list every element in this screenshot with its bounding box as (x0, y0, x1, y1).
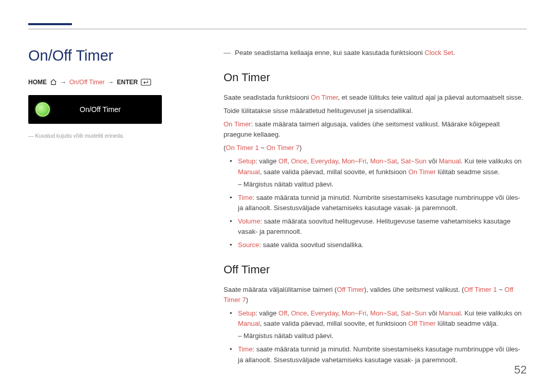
list-item: Setup: valige Off, Once, Everyday, Mon~F… (238, 308, 527, 341)
text: lülitab seadme sisse. (436, 168, 499, 176)
highlight: Mon~Sat (370, 157, 397, 165)
paragraph: Toide lülitatakse sisse määratletud heli… (224, 106, 527, 116)
timer-range: (On Timer 1 ~ On Timer 7) (224, 143, 527, 153)
highlight: Manual (238, 168, 260, 176)
highlight: Once (291, 157, 307, 165)
highlight: Everyday (310, 157, 338, 165)
breadcrumb-arrow: → (60, 79, 66, 86)
paragraph: On Timer: saate määrata taimeri algusaja… (224, 119, 527, 140)
text: või (427, 157, 439, 165)
text: : saate määrata tunnid ja minutid. Numbr… (238, 194, 520, 212)
text: , saate valida päevad, millal soovite, e… (260, 168, 409, 176)
home-icon (50, 79, 57, 86)
setup-label: Setup (238, 309, 255, 317)
highlight: On Timer 1 (226, 144, 258, 152)
clock-set-note: ― Peate seadistama kellaaja enne, kui sa… (224, 47, 527, 59)
enter-icon (141, 79, 151, 86)
list-item: Time: saate määrata tunnid ja minutid. N… (238, 344, 527, 365)
right-column: ― Peate seadistama kellaaja enne, kui sa… (224, 47, 527, 368)
text: . (453, 49, 455, 57)
two-column-layout: On/Off Timer HOME → On/Off Timer → ENTER (28, 47, 527, 368)
time-label: Time (238, 345, 252, 353)
source-label: Source (238, 241, 259, 249)
sub-note: Märgistus näitab valitud päevi. (238, 179, 527, 190)
off-timer-heading: Off Timer (224, 261, 527, 278)
highlight: Mon~Fri (342, 157, 366, 165)
text: : saate määrata soovitud helitugevuse. H… (238, 217, 510, 235)
text: ~ (497, 286, 505, 293)
highlight: Mon~Fri (342, 309, 366, 317)
text: , et seade lülituks teie valitud ajal ja… (338, 94, 524, 101)
highlight: Off Timer 1 (464, 286, 497, 293)
highlight: Off (279, 157, 287, 165)
text: ), valides ühe seitsmest valikust. ( (364, 286, 464, 293)
breadcrumb-arrow: → (107, 79, 114, 86)
text: ) (246, 296, 248, 304)
time-label: Time (238, 194, 252, 201)
highlight: On Timer (224, 120, 251, 128)
sub-note: Märgistus näitab valitud päevi. (238, 331, 527, 341)
on-timer-heading: On Timer (224, 69, 527, 86)
note-text: Peate seadistama kellaaja enne, kui saat… (235, 48, 455, 58)
highlight: On Timer (409, 168, 436, 176)
highlight: Mon~Sat (370, 309, 397, 317)
highlight: Off Timer (409, 320, 436, 327)
list-item: Volume: saate määrata soovitud helitugev… (238, 216, 527, 237)
text: Saate seadistada funktsiooni (224, 94, 311, 101)
breadcrumb-item: On/Off Timer (69, 79, 104, 86)
manual-page: On/Off Timer HOME → On/Off Timer → ENTER (0, 0, 555, 368)
left-column: On/Off Timer HOME → On/Off Timer → ENTER (28, 47, 200, 368)
timer-icon (35, 102, 50, 117)
text: või (427, 309, 439, 317)
breadcrumb: HOME → On/Off Timer → ENTER (28, 79, 200, 86)
text: , (397, 309, 401, 317)
horizontal-rule (28, 29, 527, 29)
accent-bar (28, 23, 72, 25)
highlight: On Timer 7 (266, 144, 299, 152)
text: : valige (255, 309, 279, 317)
text: Saate määrata väljalülitamise taimeri ( (224, 286, 337, 293)
text: : saate valida soovitud sisendallika. (259, 241, 363, 249)
off-timer-options: Setup: valige Off, Once, Everyday, Mon~F… (224, 308, 527, 365)
highlight: Manual (238, 320, 260, 327)
highlight: Sat~Sun (401, 157, 427, 165)
highlight: Once (291, 309, 307, 317)
list-item: Time: saate määrata tunnid ja minutid. N… (238, 193, 527, 213)
breadcrumb-enter: ENTER (117, 79, 138, 86)
list-item: Source: saate valida soovitud sisendalli… (238, 240, 527, 250)
dash-icon: ― (224, 47, 231, 59)
text: ~ (259, 144, 267, 152)
text: : valige (255, 157, 279, 165)
disclaimer-note: Kuvatud kujutis võib mudeliti erineda. (28, 132, 200, 140)
highlight: On Timer (311, 94, 338, 101)
page-number: 52 (514, 363, 527, 377)
list-item: Setup: valige Off, Once, Everyday, Mon~F… (238, 156, 527, 189)
highlight: Off (279, 309, 287, 317)
paragraph: Saate määrata väljalülitamise taimeri (O… (224, 285, 527, 305)
text: . Kui teie valikuks on (461, 309, 522, 317)
text: : saate määrata taimeri algusaja, valide… (224, 120, 500, 138)
highlight: Everyday (310, 309, 338, 317)
svg-rect-0 (141, 79, 151, 85)
text: . Kui teie valikuks on (461, 157, 522, 165)
clock-set-highlight: Clock Set (424, 49, 453, 57)
text: : saate määrata tunnid ja minutid. Numbr… (238, 345, 520, 363)
highlight: Sat~Sun (401, 309, 427, 317)
page-title: On/Off Timer (28, 47, 200, 64)
text: , (338, 157, 342, 165)
setup-label: Setup (238, 157, 255, 165)
text: Peate seadistama kellaaja enne, kui saat… (235, 49, 424, 57)
ui-screenshot: On/Off Timer (28, 95, 162, 124)
paragraph: Saate seadistada funktsiooni On Timer, e… (224, 92, 527, 103)
text: lülitab seadme välja. (436, 320, 498, 327)
highlight: Manual (439, 309, 461, 317)
text: , (338, 309, 342, 317)
highlight: Manual (439, 157, 461, 165)
volume-label: Volume (238, 217, 260, 225)
text: , (397, 157, 401, 165)
breadcrumb-home: HOME (28, 79, 47, 86)
text: , saate valida päevad, millal soovite, e… (260, 320, 409, 327)
on-timer-options: Setup: valige Off, Once, Everyday, Mon~F… (224, 156, 527, 250)
highlight: Off Timer (337, 286, 364, 293)
screenshot-label: On/Off Timer (80, 105, 121, 114)
